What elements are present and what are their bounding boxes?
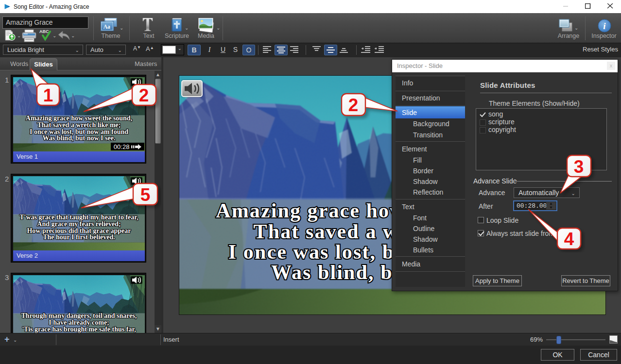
svg-text:5: 5 (140, 185, 151, 205)
svg-text:i: i (603, 21, 606, 31)
svg-text:1: 1 (43, 85, 53, 105)
svg-text:Aa: Aa (104, 24, 110, 30)
svg-text:2: 2 (348, 95, 359, 115)
svg-text:3: 3 (574, 157, 584, 177)
svg-text:2: 2 (139, 85, 149, 105)
svg-text:4: 4 (564, 229, 574, 249)
svg-text:ABC: ABC (39, 29, 49, 34)
